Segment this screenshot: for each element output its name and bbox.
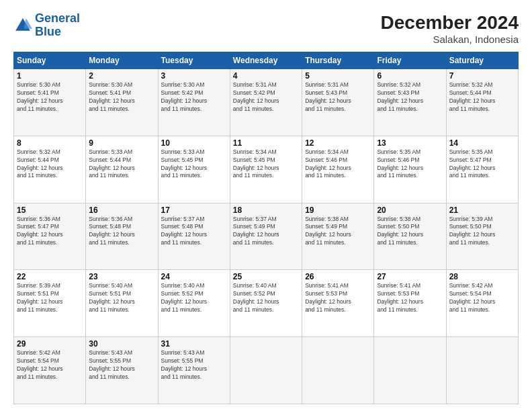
day-info: Sunrise: 5:38 AM Sunset: 5:50 PM Dayligh… bbox=[377, 216, 443, 248]
calendar-header-saturday: Saturday bbox=[446, 52, 518, 69]
calendar-table: SundayMondayTuesdayWednesdayThursdayFrid… bbox=[13, 52, 519, 404]
day-number: 18 bbox=[233, 205, 299, 215]
day-number: 30 bbox=[89, 339, 154, 349]
day-info: Sunrise: 5:36 AM Sunset: 5:48 PM Dayligh… bbox=[89, 216, 154, 248]
calendar-week-row: 22Sunrise: 5:39 AM Sunset: 5:51 PM Dayli… bbox=[14, 270, 519, 337]
calendar-day-cell: 25Sunrise: 5:40 AM Sunset: 5:52 PM Dayli… bbox=[230, 270, 302, 337]
day-info: Sunrise: 5:30 AM Sunset: 5:42 PM Dayligh… bbox=[161, 81, 227, 113]
calendar-week-row: 29Sunrise: 5:42 AM Sunset: 5:54 PM Dayli… bbox=[14, 337, 519, 404]
day-info: Sunrise: 5:39 AM Sunset: 5:50 PM Dayligh… bbox=[449, 216, 515, 248]
calendar-day-cell: 23Sunrise: 5:40 AM Sunset: 5:51 PM Dayli… bbox=[86, 270, 158, 337]
calendar-day-cell: 16Sunrise: 5:36 AM Sunset: 5:48 PM Dayli… bbox=[86, 203, 158, 270]
day-number: 14 bbox=[449, 138, 515, 148]
logo: General Blue bbox=[13, 12, 80, 39]
calendar-day-cell: 5Sunrise: 5:31 AM Sunset: 5:43 PM Daylig… bbox=[302, 69, 374, 136]
day-info: Sunrise: 5:42 AM Sunset: 5:54 PM Dayligh… bbox=[449, 282, 515, 314]
calendar-day-cell: 20Sunrise: 5:38 AM Sunset: 5:50 PM Dayli… bbox=[374, 203, 446, 270]
calendar-day-cell: 19Sunrise: 5:38 AM Sunset: 5:49 PM Dayli… bbox=[302, 203, 374, 270]
day-info: Sunrise: 5:34 AM Sunset: 5:45 PM Dayligh… bbox=[233, 148, 299, 181]
calendar-header-monday: Monday bbox=[86, 52, 158, 69]
calendar-day-cell: 26Sunrise: 5:41 AM Sunset: 5:53 PM Dayli… bbox=[302, 270, 374, 337]
calendar-day-cell: 10Sunrise: 5:33 AM Sunset: 5:45 PM Dayli… bbox=[158, 136, 230, 203]
calendar-header-wednesday: Wednesday bbox=[230, 52, 302, 69]
day-number: 25 bbox=[233, 272, 299, 281]
day-number: 27 bbox=[377, 272, 443, 281]
day-number: 5 bbox=[305, 71, 371, 81]
calendar-day-cell: 18Sunrise: 5:37 AM Sunset: 5:49 PM Dayli… bbox=[230, 203, 302, 270]
calendar-week-row: 8Sunrise: 5:32 AM Sunset: 5:44 PM Daylig… bbox=[14, 136, 519, 203]
day-info: Sunrise: 5:30 AM Sunset: 5:41 PM Dayligh… bbox=[17, 81, 83, 113]
day-info: Sunrise: 5:43 AM Sunset: 5:55 PM Dayligh… bbox=[161, 349, 227, 381]
day-number: 31 bbox=[161, 339, 227, 349]
day-number: 10 bbox=[161, 138, 227, 148]
day-info: Sunrise: 5:40 AM Sunset: 5:52 PM Dayligh… bbox=[161, 282, 227, 314]
calendar-day-cell: 9Sunrise: 5:33 AM Sunset: 5:44 PM Daylig… bbox=[86, 136, 158, 203]
calendar-day-cell: 14Sunrise: 5:35 AM Sunset: 5:47 PM Dayli… bbox=[446, 136, 518, 203]
day-number: 4 bbox=[233, 71, 299, 81]
svg-marker-1 bbox=[24, 18, 32, 29]
title-block: December 2024 Salakan, Indonesia bbox=[381, 12, 519, 45]
day-info: Sunrise: 5:35 AM Sunset: 5:47 PM Dayligh… bbox=[449, 148, 515, 181]
calendar-day-cell: 21Sunrise: 5:39 AM Sunset: 5:50 PM Dayli… bbox=[446, 203, 518, 270]
page-title: December 2024 bbox=[381, 12, 519, 34]
day-info: Sunrise: 5:41 AM Sunset: 5:53 PM Dayligh… bbox=[377, 282, 443, 314]
day-number: 19 bbox=[305, 205, 371, 215]
day-info: Sunrise: 5:37 AM Sunset: 5:49 PM Dayligh… bbox=[233, 216, 299, 248]
calendar-day-cell: 15Sunrise: 5:36 AM Sunset: 5:47 PM Dayli… bbox=[14, 203, 86, 270]
calendar-day-cell: 6Sunrise: 5:32 AM Sunset: 5:43 PM Daylig… bbox=[374, 69, 446, 136]
calendar-day-cell: 4Sunrise: 5:31 AM Sunset: 5:42 PM Daylig… bbox=[230, 69, 302, 136]
page-subtitle: Salakan, Indonesia bbox=[381, 34, 519, 45]
calendar-header-tuesday: Tuesday bbox=[158, 52, 230, 69]
day-number: 6 bbox=[377, 71, 443, 81]
day-number: 28 bbox=[449, 272, 515, 281]
calendar-header-thursday: Thursday bbox=[302, 52, 374, 69]
day-number: 13 bbox=[377, 138, 443, 148]
day-info: Sunrise: 5:33 AM Sunset: 5:44 PM Dayligh… bbox=[89, 148, 154, 181]
day-info: Sunrise: 5:36 AM Sunset: 5:47 PM Dayligh… bbox=[17, 216, 83, 248]
day-info: Sunrise: 5:33 AM Sunset: 5:45 PM Dayligh… bbox=[161, 148, 227, 181]
day-info: Sunrise: 5:31 AM Sunset: 5:42 PM Dayligh… bbox=[233, 81, 299, 113]
logo-icon bbox=[13, 16, 32, 35]
day-number: 17 bbox=[161, 205, 227, 215]
calendar-day-cell: 1Sunrise: 5:30 AM Sunset: 5:41 PM Daylig… bbox=[14, 69, 86, 136]
calendar-day-cell: 24Sunrise: 5:40 AM Sunset: 5:52 PM Dayli… bbox=[158, 270, 230, 337]
day-number: 3 bbox=[161, 71, 227, 81]
calendar-day-cell: 22Sunrise: 5:39 AM Sunset: 5:51 PM Dayli… bbox=[14, 270, 86, 337]
calendar-day-cell: 29Sunrise: 5:42 AM Sunset: 5:54 PM Dayli… bbox=[14, 337, 86, 404]
day-number: 26 bbox=[305, 272, 371, 281]
day-number: 15 bbox=[17, 205, 83, 215]
day-info: Sunrise: 5:42 AM Sunset: 5:54 PM Dayligh… bbox=[17, 349, 83, 381]
day-number: 29 bbox=[17, 339, 83, 349]
calendar-day-cell: 27Sunrise: 5:41 AM Sunset: 5:53 PM Dayli… bbox=[374, 270, 446, 337]
day-info: Sunrise: 5:38 AM Sunset: 5:49 PM Dayligh… bbox=[305, 216, 371, 248]
calendar-week-row: 15Sunrise: 5:36 AM Sunset: 5:47 PM Dayli… bbox=[14, 203, 519, 270]
calendar-day-cell bbox=[302, 337, 374, 404]
day-number: 9 bbox=[89, 138, 154, 148]
day-info: Sunrise: 5:34 AM Sunset: 5:46 PM Dayligh… bbox=[305, 148, 371, 181]
header: General Blue December 2024 Salakan, Indo… bbox=[13, 12, 519, 45]
day-info: Sunrise: 5:31 AM Sunset: 5:43 PM Dayligh… bbox=[305, 81, 371, 113]
calendar-day-cell: 8Sunrise: 5:32 AM Sunset: 5:44 PM Daylig… bbox=[14, 136, 86, 203]
day-info: Sunrise: 5:40 AM Sunset: 5:52 PM Dayligh… bbox=[233, 282, 299, 314]
calendar-day-cell: 11Sunrise: 5:34 AM Sunset: 5:45 PM Dayli… bbox=[230, 136, 302, 203]
day-info: Sunrise: 5:37 AM Sunset: 5:48 PM Dayligh… bbox=[161, 216, 227, 248]
day-info: Sunrise: 5:43 AM Sunset: 5:55 PM Dayligh… bbox=[89, 349, 154, 381]
calendar-day-cell: 30Sunrise: 5:43 AM Sunset: 5:55 PM Dayli… bbox=[86, 337, 158, 404]
calendar-day-cell: 12Sunrise: 5:34 AM Sunset: 5:46 PM Dayli… bbox=[302, 136, 374, 203]
day-info: Sunrise: 5:32 AM Sunset: 5:43 PM Dayligh… bbox=[377, 81, 443, 113]
calendar-day-cell: 2Sunrise: 5:30 AM Sunset: 5:41 PM Daylig… bbox=[86, 69, 158, 136]
calendar-day-cell: 7Sunrise: 5:32 AM Sunset: 5:44 PM Daylig… bbox=[446, 69, 518, 136]
logo-line1: General bbox=[35, 11, 80, 25]
calendar-day-cell: 13Sunrise: 5:35 AM Sunset: 5:46 PM Dayli… bbox=[374, 136, 446, 203]
day-number: 16 bbox=[89, 205, 154, 215]
calendar-day-cell: 3Sunrise: 5:30 AM Sunset: 5:42 PM Daylig… bbox=[158, 69, 230, 136]
day-number: 7 bbox=[449, 71, 515, 81]
logo-text: General Blue bbox=[35, 12, 80, 39]
day-number: 22 bbox=[17, 272, 83, 281]
day-info: Sunrise: 5:41 AM Sunset: 5:53 PM Dayligh… bbox=[305, 282, 371, 314]
calendar-day-cell: 28Sunrise: 5:42 AM Sunset: 5:54 PM Dayli… bbox=[446, 270, 518, 337]
day-info: Sunrise: 5:35 AM Sunset: 5:46 PM Dayligh… bbox=[377, 148, 443, 181]
day-number: 1 bbox=[17, 71, 83, 81]
day-number: 21 bbox=[449, 205, 515, 215]
day-info: Sunrise: 5:30 AM Sunset: 5:41 PM Dayligh… bbox=[89, 81, 154, 113]
